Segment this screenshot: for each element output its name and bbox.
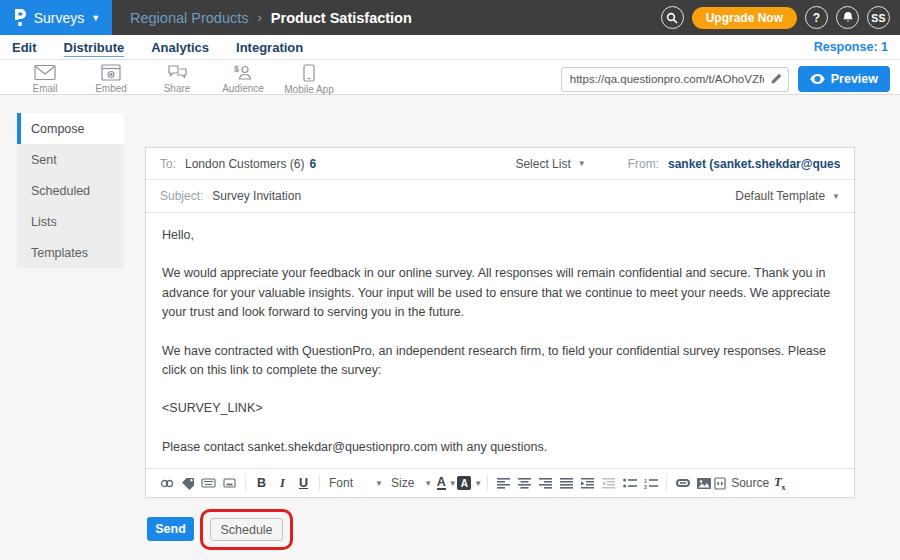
anchor-link-icon[interactable] [156,472,177,494]
align-left-icon[interactable] [493,472,514,494]
notifications-button[interactable] [836,6,859,29]
indent-increase-icon[interactable] [577,472,598,494]
insert-link-icon[interactable] [672,472,693,494]
align-center-icon[interactable] [514,472,535,494]
user-avatar[interactable]: SS [867,6,890,29]
chevron-down-icon: ▼ [449,479,457,488]
text-color-button[interactable]: A ▼ [436,472,457,494]
channel-embed[interactable]: Embed [78,64,144,94]
survey-link-area: Preview [561,66,890,92]
background-color-button[interactable]: A ▼ [457,472,482,494]
preview-button[interactable]: Preview [798,66,890,92]
body-paragraph: Hello, [162,226,838,245]
distribute-sidebar: Compose Sent Scheduled Lists Templates [17,113,124,268]
breadcrumb-folder[interactable]: Regional Products [130,10,249,26]
recipients-row: To: London Customers (6) 6 Select List ▼… [146,148,854,180]
recipient-count: 6 [309,157,316,171]
email-icon [34,64,56,81]
tag-merge-field-icon[interactable] [177,472,198,494]
subject-value[interactable]: Survey Invitation [212,189,301,203]
sidebar-item-scheduled[interactable]: Scheduled [17,175,124,206]
font-dropdown-label: Font [329,476,353,490]
to-label: To: [160,157,176,171]
from-block: From: sanket (sanket.shekdar@ques... [628,157,840,171]
distribute-toolbar: Email Embed Share $ Audience Mobile App [0,60,900,95]
numbered-list-icon[interactable]: 12 [640,472,661,494]
embed-icon [101,64,121,81]
rich-text-toolbar: B I U Font ▼ Size ▼ A ▼ A ▼ [146,468,854,497]
toolbar-divider [666,475,667,491]
top-bar: Surveys ▼ Regional Products › Product Sa… [0,0,900,35]
help-icon: ? [813,11,820,25]
share-icon [167,64,188,81]
font-dropdown[interactable]: Font ▼ [325,476,387,490]
subject-label: Subject: [160,189,203,203]
to-value[interactable]: London Customers (6) [185,157,304,171]
select-list-dropdown[interactable]: Select List ▼ [515,157,585,171]
send-button[interactable]: Send [147,517,194,541]
tab-edit[interactable]: Edit [12,40,37,55]
align-justify-icon[interactable] [556,472,577,494]
help-button[interactable]: ? [805,6,828,29]
italic-button[interactable]: I [272,472,293,494]
select-list-label: Select List [515,157,570,171]
preview-label: Preview [831,72,878,86]
svg-text:2: 2 [644,483,647,489]
sidebar-item-compose[interactable]: Compose [17,113,124,144]
size-dropdown[interactable]: Size ▼ [387,476,436,490]
search-icon [666,12,678,24]
topbar-actions: Upgrade Now ? SS [661,6,890,29]
template-dropdown[interactable]: Default Template ▼ [735,189,840,203]
tab-distribute[interactable]: Distribute [64,40,125,55]
underline-button[interactable]: U [293,472,314,494]
channel-label: Mobile App [284,84,333,95]
body-paragraph: We have contracted with QuestionPro, an … [162,342,838,381]
chevron-down-icon: ▼ [375,479,383,488]
tab-integration[interactable]: Integration [236,40,303,55]
from-label: From: [628,157,659,171]
chevron-down-icon: ▼ [578,159,586,168]
surveys-menu-label: Surveys [34,10,85,26]
channel-label: Embed [95,83,127,94]
breadcrumb-survey-name: Product Satisfaction [271,10,412,26]
remove-format-button[interactable]: Tx [769,472,790,494]
upgrade-now-button[interactable]: Upgrade Now [692,7,797,29]
search-button[interactable] [661,6,684,29]
response-count[interactable]: Response: 1 [814,40,888,54]
size-dropdown-label: Size [391,476,414,490]
source-button[interactable]: Source [714,472,769,494]
avatar-initials: SS [871,12,886,24]
chevron-down-icon: ▼ [832,192,840,201]
chevron-down-icon: ▼ [424,479,432,488]
edit-url-icon[interactable] [770,72,783,85]
channel-label: Share [164,83,191,94]
button-insert-icon[interactable] [219,472,240,494]
insert-image-icon[interactable] [693,472,714,494]
channel-audience[interactable]: $ Audience [210,64,276,94]
body-paragraph: Please contact sanket.shekdar@questionpr… [162,438,838,457]
bell-icon [842,11,854,24]
sidebar-item-lists[interactable]: Lists [17,206,124,237]
survey-url-input[interactable] [561,67,789,92]
subject-row: Subject: Survey Invitation Default Templ… [146,180,854,213]
channel-share[interactable]: Share [144,64,210,94]
sidebar-item-sent[interactable]: Sent [17,144,124,175]
body-paragraph: <SURVEY_LINK> [162,399,838,418]
bulleted-list-icon[interactable] [619,472,640,494]
surveys-menu[interactable]: Surveys ▼ [0,0,112,35]
schedule-button[interactable]: Schedule [210,518,283,541]
bold-button[interactable]: B [251,472,272,494]
keyboard-shortcut-icon[interactable] [198,472,219,494]
indent-decrease-icon[interactable] [598,472,619,494]
from-value[interactable]: sanket (sanket.shekdar@ques... [668,157,840,171]
channel-email[interactable]: Email [12,64,78,94]
align-right-icon[interactable] [535,472,556,494]
tab-analytics[interactable]: Analytics [151,40,209,55]
channel-label: Email [32,83,57,94]
channel-label: Audience [222,83,264,94]
email-body-editor[interactable]: Hello, We would appreciate your feedback… [146,213,854,468]
source-label: Source [731,476,769,490]
sidebar-item-templates[interactable]: Templates [17,237,124,268]
channel-mobile-app[interactable]: Mobile App [276,64,342,95]
body-paragraph: We would appreciate your feedback in our… [162,264,838,322]
